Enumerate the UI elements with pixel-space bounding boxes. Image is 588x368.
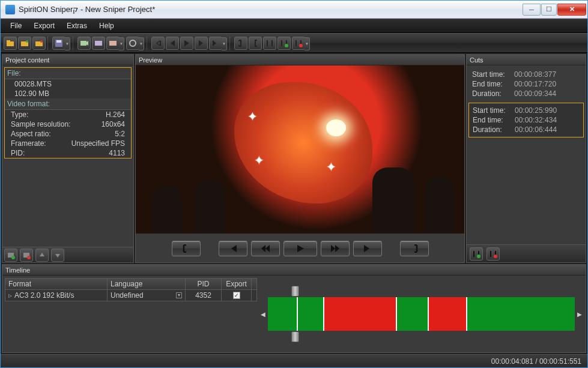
cut-end-label: End time: [473, 116, 515, 124]
move-up-button[interactable] [35, 249, 49, 262]
save-dropdown[interactable]: ▼ [65, 37, 70, 50]
preview-controls [136, 234, 464, 262]
export-cuts-button[interactable] [92, 37, 105, 50]
track-pid: 4352 [195, 291, 211, 300]
timeline-track[interactable] [268, 297, 575, 331]
minimize-button[interactable]: ─ [523, 4, 541, 16]
goto-start-button[interactable] [219, 241, 247, 256]
scroll-right-button[interactable]: ▶ [576, 311, 583, 318]
track-language: Undefined [111, 291, 144, 300]
export-options-dropdown[interactable]: ▼ [119, 37, 124, 50]
status-time: 00:00:04:081 / 00:00:51:551 [491, 357, 581, 366]
goto-end-button[interactable] [353, 241, 382, 256]
col-export[interactable]: Export [222, 279, 252, 289]
type-value: H.264 [106, 110, 125, 119]
set-out-button[interactable] [172, 241, 201, 256]
step-back-button[interactable] [251, 241, 280, 256]
remove-cut-button[interactable]: ▼ [292, 37, 305, 50]
step-back-button[interactable] [166, 37, 179, 50]
toolbar-separator [147, 37, 150, 50]
add-file-button[interactable] [4, 249, 17, 262]
svg-rect-0 [7, 41, 14, 46]
maximize-button[interactable]: ☐ [541, 4, 557, 16]
video-format-section-label: Video format: [5, 98, 131, 110]
select-range-button[interactable] [263, 37, 276, 50]
play-button[interactable] [180, 37, 193, 50]
mark-in-button[interactable] [249, 37, 262, 50]
open-recent-button[interactable] [18, 37, 31, 50]
export-checkbox[interactable]: ✓ [233, 292, 240, 299]
close-project-button[interactable] [32, 37, 46, 50]
svg-point-12 [285, 44, 288, 47]
timeline-handle-bottom[interactable] [291, 331, 299, 342]
cut-item-selected[interactable]: Start time:00:00:25:990 End time:00:00:3… [468, 103, 584, 137]
col-language[interactable]: Language [108, 279, 186, 289]
preview-image[interactable]: ✦ ✦ ✦ [136, 65, 464, 234]
statusbar: 00:00:04:081 / 00:00:51:551 [1, 354, 587, 367]
add-cut-button[interactable] [277, 37, 291, 50]
timeline-cut-region[interactable] [323, 297, 397, 331]
framerate-value: Unspecified FPS [71, 139, 125, 148]
add-cut-button[interactable] [470, 247, 483, 261]
crowd-figure [425, 176, 455, 234]
crowd-figure [152, 186, 182, 234]
main-toolbar: ▼ ▼ ▼ ▼ ▼ [1, 33, 587, 53]
play-button[interactable] [283, 241, 317, 256]
menu-help[interactable]: Help [94, 20, 119, 31]
goto-start-button[interactable] [151, 37, 165, 50]
menu-file[interactable]: File [5, 20, 26, 31]
cuts-panel-header: Cuts [467, 55, 586, 65]
aspect-value: 5:2 [115, 130, 125, 138]
step-forward-button[interactable] [321, 241, 350, 256]
remove-cut-dropdown[interactable]: ▼ [305, 37, 310, 50]
filesize: 102.90 MB [11, 89, 125, 98]
menu-extras[interactable]: Extras [62, 20, 92, 31]
app-window: SpiritON Sniperק - New Sniper Project* ─… [0, 0, 588, 368]
goto-end-dropdown[interactable]: ▼ [222, 37, 227, 50]
file-section-label: File: [5, 68, 131, 79]
goto-end-button[interactable]: ▼ [209, 37, 222, 50]
set-in-button[interactable] [400, 241, 429, 256]
step-forward-button[interactable] [195, 37, 208, 50]
project-panel-header: Project content [2, 55, 133, 65]
open-button[interactable] [4, 37, 17, 50]
timeline-cut-region[interactable] [428, 297, 467, 331]
remove-file-button[interactable] [20, 249, 33, 262]
window-title: SpiritON Sniperק - New Sniper Project* [19, 5, 523, 14]
col-format[interactable]: Format [5, 279, 108, 289]
crowd-figure [372, 167, 414, 234]
crowd-figure [195, 179, 225, 234]
settings-button[interactable]: ▼ [126, 37, 139, 50]
scroll-left-button[interactable]: ◀ [259, 311, 267, 318]
pid-label: PID: [11, 149, 109, 157]
language-dropdown[interactable]: ▼ [176, 292, 182, 298]
cut-dur-label: Duration: [473, 125, 515, 134]
titlebar[interactable]: SpiritON Sniperק - New Sniper Project* ─… [1, 1, 587, 19]
decoration-star-icon: ✦ [247, 109, 256, 118]
pid-value: 4113 [109, 149, 125, 157]
mark-out-button[interactable] [234, 37, 247, 50]
table-row[interactable]: ▹AC3 2.0 192 kBit/s Undefined▼ 4352 ✓ [5, 290, 256, 301]
settings-dropdown[interactable]: ▼ [139, 37, 144, 50]
svg-point-17 [27, 256, 31, 259]
menu-export[interactable]: Export [29, 20, 59, 31]
svg-point-15 [11, 256, 15, 259]
decoration-star-icon: ✦ [254, 153, 262, 161]
cut-start-value: 00:00:25:990 [515, 106, 580, 115]
save-button[interactable]: ▼ [52, 37, 65, 50]
playhead[interactable] [297, 297, 298, 331]
move-down-button[interactable] [51, 249, 64, 262]
svg-rect-7 [56, 40, 61, 43]
col-pid[interactable]: PID [186, 279, 222, 289]
timeline-panel: Timeline Format Language PID Export ▹AC3… [2, 264, 586, 353]
delete-cut-button[interactable] [486, 247, 500, 261]
cuts-toolbar [467, 244, 586, 262]
cut-item[interactable]: Start time:00:00:08:377 End time:00:00:1… [468, 67, 584, 101]
timeline-handle-top[interactable] [291, 286, 299, 297]
cut-dur-label: Duration: [472, 89, 514, 98]
track-format: AC3 2.0 192 kBit/s [14, 291, 74, 300]
export-video-button[interactable] [77, 37, 91, 50]
close-button[interactable]: ✕ [557, 4, 586, 16]
svg-point-13 [299, 44, 303, 47]
export-options-button[interactable]: ▼ [106, 37, 120, 50]
